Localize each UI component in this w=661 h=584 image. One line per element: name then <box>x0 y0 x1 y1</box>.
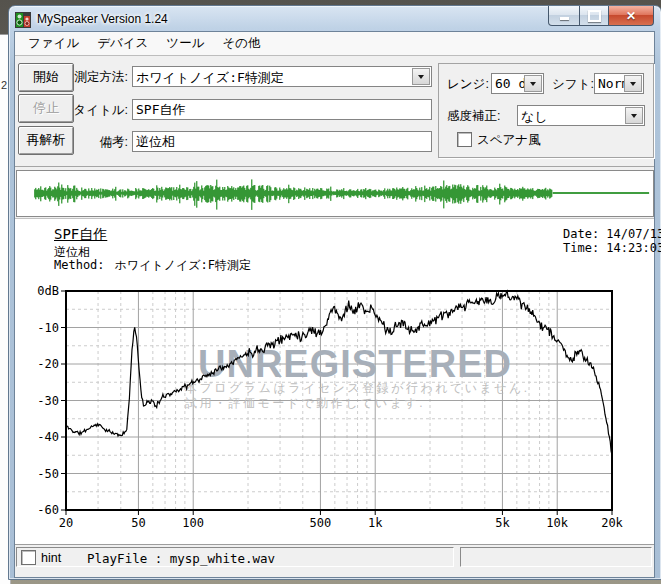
hint-checkbox[interactable] <box>21 550 36 565</box>
watermark-unregistered: UNREGISTERED <box>198 343 512 385</box>
shift-dropdown-button[interactable] <box>624 75 642 92</box>
menubar: ファイル デバイス ツール その他 <box>15 32 654 56</box>
title-input[interactable] <box>132 99 432 120</box>
titlebar[interactable]: MySpeaker Version 1.24 ✕ <box>9 6 661 32</box>
chevron-down-icon <box>631 114 637 118</box>
chevron-down-icon <box>530 82 536 86</box>
close-icon: ✕ <box>626 10 636 22</box>
title-label: タイトル: <box>35 102 128 119</box>
statusbar: hint PlayFile : mysp_white.wav <box>15 545 654 569</box>
app-window: MySpeaker Version 1.24 ✕ ファイル デバイス ツール そ… <box>8 5 661 580</box>
x-tick-label: 5k <box>495 516 510 530</box>
range-label: レンジ: <box>447 76 489 93</box>
caption-buttons: ✕ <box>548 6 654 26</box>
chevron-down-icon <box>418 75 424 79</box>
toolbar: 開始 停止 再解析 測定方法: ホワイトノイズ:F特測定 タイトル: 備考: レ… <box>15 57 654 167</box>
spectrum-analyzer-label: スペアナ風 <box>477 132 541 149</box>
x-tick-label: 20 <box>59 516 73 530</box>
close-button[interactable]: ✕ <box>608 6 654 26</box>
client-area: ファイル デバイス ツール その他 開始 停止 再解析 測定方法: ホワイトノイ… <box>15 32 654 577</box>
y-tick-label: -30 <box>37 394 59 408</box>
background-fragment-text: 2 <box>1 79 7 91</box>
x-tick-label: 10k <box>546 516 568 530</box>
method-dropdown-button[interactable] <box>412 68 430 85</box>
range-combobox[interactable]: 60 dB <box>491 73 544 94</box>
menu-device[interactable]: デバイス <box>88 35 157 52</box>
menu-others[interactable]: その他 <box>213 35 269 52</box>
sensitivity-combobox[interactable]: なし <box>517 105 645 126</box>
settings-group: レンジ: 60 dB シフト: Norm. 感度補正: なし <box>438 63 654 158</box>
shift-combobox[interactable]: Norm. <box>594 73 644 94</box>
statusbar-right-panel <box>460 547 652 567</box>
minimize-icon <box>560 17 569 20</box>
y-tick-label: -20 <box>37 357 59 371</box>
spectrum-analyzer-checkbox[interactable] <box>457 132 472 147</box>
menu-tools[interactable]: ツール <box>157 35 213 52</box>
x-tick-label: 50 <box>131 516 145 530</box>
y-tick-label: -50 <box>37 467 59 481</box>
shift-label: シフト: <box>552 76 594 93</box>
playfile-text: PlayFile : mysp_white.wav <box>87 551 275 566</box>
window-title: MySpeaker Version 1.24 <box>37 6 168 32</box>
range-dropdown-button[interactable] <box>524 75 542 92</box>
x-tick-label: 1k <box>368 516 383 530</box>
statusbar-left-panel: hint PlayFile : mysp_white.wav <box>16 547 454 567</box>
sensitivity-label: 感度補正: <box>447 108 500 125</box>
y-tick-label: -40 <box>37 430 59 444</box>
waveform-canvas <box>17 171 651 214</box>
method-combobox-value: ホワイトノイズ:F特測定 <box>133 67 431 87</box>
chevron-down-icon <box>630 82 636 86</box>
remarks-label: 備考: <box>35 134 128 151</box>
minimize-button[interactable] <box>548 6 580 26</box>
method-combobox[interactable]: ホワイトノイズ:F特測定 <box>132 66 432 87</box>
hint-label: hint <box>41 551 61 565</box>
app-icon <box>15 12 31 28</box>
method-label: 測定方法: <box>35 69 128 86</box>
watermark-line3: 試用・評価モードで動作しています. <box>185 396 425 410</box>
y-tick-label: -10 <box>37 321 59 335</box>
x-tick-label: 500 <box>310 516 332 530</box>
chart-panel: SPF自作 逆位相 Method:ホワイトノイズ:F特測定 Date: 14/0… <box>15 218 654 545</box>
waveform-panel <box>16 170 654 217</box>
frequency-response-plot: UNREGISTERED本プログラムはライセンス登録が行われていません.試用・評… <box>15 219 654 544</box>
screen: 2 MySpeaker Version 1.24 ✕ ファイル <box>0 0 661 584</box>
x-tick-label: 20k <box>601 516 623 530</box>
y-tick-label: -60 <box>37 503 59 517</box>
sensitivity-dropdown-button[interactable] <box>625 107 643 124</box>
watermark-line2: 本プログラムはライセンス登録が行われていません. <box>184 381 530 395</box>
remarks-input[interactable] <box>132 131 432 152</box>
y-tick-label: 0dB <box>37 284 59 298</box>
maximize-icon <box>588 10 601 22</box>
maximize-button[interactable] <box>580 6 608 26</box>
menu-file[interactable]: ファイル <box>19 35 88 52</box>
x-tick-label: 100 <box>182 516 204 530</box>
